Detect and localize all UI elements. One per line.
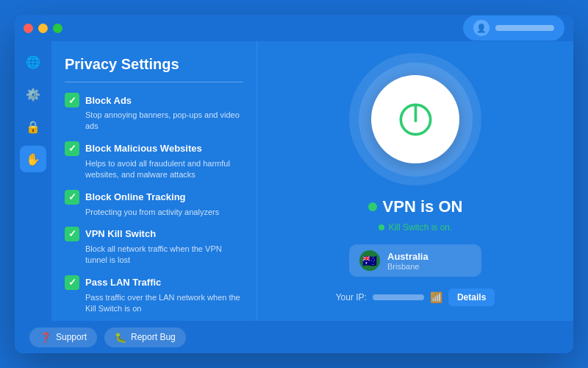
bottom-bar: ❓ Support 🐛 Report Bug	[15, 321, 573, 353]
kill-switch-active: Kill Switch is on.	[379, 222, 453, 233]
user-icon: 👤	[473, 20, 490, 36]
setting-pass-lan-desc: Pass traffic over the LAN network when t…	[65, 292, 243, 315]
location-badge[interactable]: 🇦🇺 Australia Brisbane	[349, 244, 481, 277]
setting-block-tracking-header: Block Online Tracking	[65, 190, 243, 205]
minimize-button[interactable]	[38, 24, 48, 33]
setting-block-ads: Block Ads Stop annoying banners, pop-ups…	[65, 93, 243, 132]
setting-pass-lan: Pass LAN Traffic Pass traffic over the L…	[65, 275, 243, 315]
power-icon	[393, 97, 437, 141]
report-bug-button[interactable]: 🐛 Report Bug	[104, 328, 186, 347]
setting-kill-switch: VPN Kill Switch Block all network traffi…	[65, 227, 243, 266]
details-button[interactable]: Details	[448, 289, 495, 306]
signal-icon: 📶	[430, 291, 442, 303]
panel-title: Privacy Settings	[65, 56, 243, 73]
setting-kill-switch-header: VPN Kill Switch	[65, 227, 243, 241]
close-button[interactable]	[24, 24, 33, 33]
support-button[interactable]: ❓ Support	[29, 328, 97, 347]
ip-value-masked	[373, 294, 424, 300]
setting-pass-lan-title: Pass LAN Traffic	[85, 277, 161, 288]
main-content: 🌐 ⚙️ 🔒 ✋ Privacy Settings Block Ads Stop…	[15, 41, 573, 321]
username-display	[495, 25, 554, 31]
sidebar-item-globe[interactable]: 🌐	[20, 49, 46, 75]
vpn-state-label: VPN is ON	[383, 197, 463, 216]
setting-block-malicious: Block Malicious Websites Helps to avoid …	[65, 141, 243, 181]
privacy-panel: Privacy Settings Block Ads Stop annoying…	[51, 41, 257, 321]
setting-block-ads-desc: Stop annoying banners, pop-ups and video…	[65, 110, 243, 132]
fullscreen-button[interactable]	[53, 24, 62, 33]
setting-pass-lan-header: Pass LAN Traffic	[65, 275, 243, 290]
status-dot-on	[368, 202, 377, 211]
report-label: Report Bug	[131, 332, 176, 342]
power-button-area	[349, 56, 481, 183]
australia-flag: 🇦🇺	[359, 250, 380, 271]
setting-block-malicious-header: Block Malicious Websites	[65, 141, 243, 156]
ip-row: Your IP: 📶 Details	[336, 289, 495, 306]
vpn-on-status: VPN is ON	[368, 197, 463, 216]
setting-block-malicious-desc: Helps to avoid all fraudulent and harmfu…	[65, 158, 243, 181]
setting-block-tracking-desc: Protecting you from activity analyzers	[65, 207, 243, 218]
title-bar: 👤	[15, 15, 573, 41]
setting-block-ads-title: Block Ads	[85, 95, 132, 106]
location-country: Australia	[387, 251, 429, 262]
kill-switch-dot	[379, 224, 384, 230]
support-label: Support	[56, 332, 87, 342]
setting-block-ads-header: Block Ads	[65, 93, 243, 107]
divider	[65, 82, 243, 82]
setting-block-tracking: Block Online Tracking Protecting you fro…	[65, 190, 243, 218]
checkbox-kill-switch[interactable]	[65, 227, 79, 241]
sidebar-item-lock[interactable]: 🔒	[20, 113, 46, 140]
setting-block-tracking-title: Block Online Tracking	[85, 191, 186, 202]
checkbox-block-ads[interactable]	[65, 93, 79, 107]
setting-kill-switch-title: VPN Kill Switch	[85, 228, 156, 239]
location-city: Brisbane	[387, 262, 429, 271]
vpn-status-panel: VPN is ON Kill Switch is on. 🇦🇺 Australi…	[257, 41, 573, 321]
ip-label: Your IP:	[336, 292, 367, 302]
sidebar-item-settings[interactable]: ⚙️	[20, 81, 46, 107]
kill-switch-label: Kill Switch is on.	[389, 222, 453, 233]
sidebar-item-privacy[interactable]: ✋	[20, 146, 46, 172]
sidebar-icons: 🌐 ⚙️ 🔒 ✋	[15, 41, 51, 321]
setting-block-malicious-title: Block Malicious Websites	[85, 143, 202, 154]
checkbox-block-malicious[interactable]	[65, 141, 79, 156]
bug-icon: 🐛	[115, 332, 126, 343]
user-badge[interactable]: 👤	[463, 15, 564, 40]
checkbox-block-tracking[interactable]	[65, 190, 79, 205]
app-window: 👤 🌐 ⚙️ 🔒 ✋ Privacy Settings Block Ads St…	[15, 15, 573, 353]
traffic-lights	[24, 24, 62, 33]
checkbox-pass-lan[interactable]	[65, 275, 79, 290]
power-button[interactable]	[371, 75, 459, 163]
support-icon: ❓	[40, 332, 51, 343]
setting-kill-switch-desc: Block all network traffic when the VPN t…	[65, 244, 243, 266]
location-text: Australia Brisbane	[387, 251, 429, 271]
